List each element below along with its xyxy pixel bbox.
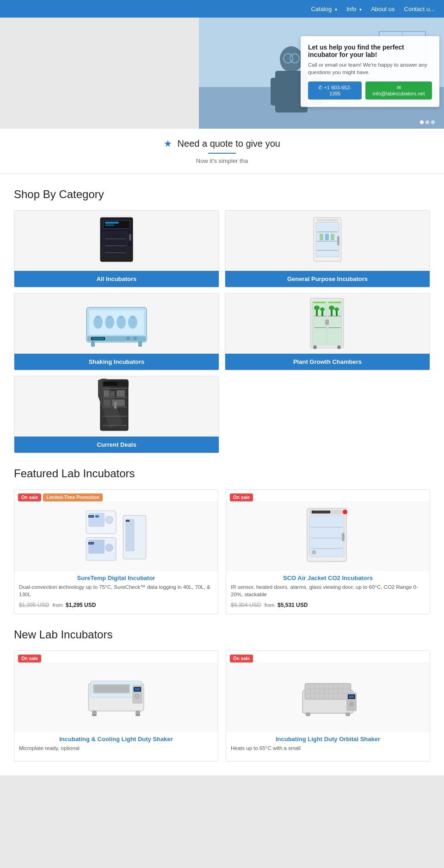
svg-rect-119: [311, 537, 343, 538]
category-card-plant-growth[interactable]: Plant Growth Chambers: [225, 293, 430, 370]
svg-point-124: [343, 510, 347, 514]
svg-rect-26: [105, 252, 126, 253]
svg-rect-111: [125, 519, 135, 551]
svg-rect-4: [271, 78, 280, 106]
new-heading: New Lab Incubators: [14, 628, 430, 641]
svg-rect-42: [96, 316, 100, 318]
quote-subtitle: Now it's simpler tha: [14, 157, 430, 164]
svg-point-76: [313, 345, 317, 349]
featured-heading: Featured Lab Incubators: [14, 467, 430, 480]
svg-rect-75: [328, 327, 341, 328]
svg-rect-87: [103, 425, 127, 426]
nav-contact[interactable]: Contact u...: [404, 6, 435, 12]
svg-rect-78: [313, 302, 326, 303]
dot-3[interactable]: [431, 120, 435, 124]
svg-rect-167: [345, 712, 350, 716]
suretemp-badges: On sale Limited-Time Promotion: [14, 490, 218, 501]
badge-on-sale-4: On sale: [230, 655, 253, 662]
product-card-suretemp[interactable]: On sale Limited-Time Promotion: [14, 489, 218, 614]
svg-point-66: [314, 306, 320, 310]
suretemp-price-from: from: [53, 602, 63, 608]
hero-description: Call or email our team! We're happy to a…: [308, 61, 432, 76]
badge-on-sale-3: On sale: [18, 655, 41, 662]
svg-point-77: [337, 345, 341, 349]
svg-rect-100: [89, 516, 93, 517]
svg-rect-69: [328, 316, 341, 317]
category-card-general[interactable]: General Purpose Incubators: [225, 210, 430, 287]
sco-price-new: $5,531 USD: [278, 602, 308, 608]
svg-rect-34: [320, 234, 323, 240]
svg-rect-21: [129, 234, 131, 241]
suretemp-price: $1,395 USD from $1,295 USD: [14, 602, 218, 608]
email-button[interactable]: ✉ info@labincubators.net: [365, 81, 432, 100]
quote-banner-title: ★ Need a quote to give you: [14, 138, 430, 149]
svg-rect-130: [94, 685, 129, 693]
quote-banner: ★ Need a quote to give you Now it's simp…: [0, 129, 444, 174]
svg-rect-145: [136, 711, 140, 714]
badge-on-sale-1: On sale: [18, 493, 41, 501]
sco-image: [226, 501, 430, 571]
svg-rect-101: [95, 515, 99, 518]
hero-section: Let us help you find the perfect incubat…: [0, 18, 444, 129]
product-card-sco[interactable]: On sale: [226, 489, 430, 614]
svg-rect-120: [311, 548, 343, 549]
product-card-cooling-shaker[interactable]: On sale: [14, 650, 218, 762]
category-card-all-incubators[interactable]: All Incubators: [14, 210, 219, 287]
nav-catalog[interactable]: Catalog ▾: [311, 6, 337, 12]
main-content: Shop By Category: [0, 174, 444, 775]
orbital-shaker-image: [226, 662, 430, 732]
svg-rect-48: [131, 316, 135, 318]
catalog-caret: ▾: [335, 7, 337, 12]
suretemp-image: [14, 501, 218, 571]
svg-rect-91: [104, 400, 111, 406]
orbital-shaker-desc: Heats up to 65°C with a small: [226, 744, 430, 756]
svg-rect-25: [105, 245, 126, 246]
svg-point-165: [349, 702, 354, 706]
carousel-dots: [420, 120, 435, 124]
new-product-grid: On sale: [14, 650, 430, 762]
navbar: Catalog ▾ Info ▾ About us Contact u...: [0, 0, 444, 18]
svg-rect-20: [105, 225, 114, 226]
svg-rect-144: [92, 711, 97, 714]
phone-button[interactable]: ✆ +1 603-652-1395: [308, 81, 362, 100]
svg-rect-89: [110, 391, 115, 397]
svg-rect-151: [306, 684, 350, 699]
featured-section: Featured Lab Incubators On sale Limited-…: [14, 467, 430, 614]
nav-about[interactable]: About us: [371, 6, 395, 12]
all-incubators-label: All Incubators: [14, 271, 219, 287]
product-card-orbital-shaker[interactable]: On sale: [226, 650, 430, 762]
hero-left-bg: [0, 18, 199, 129]
cooling-shaker-desc: Microplate ready, optional: [14, 744, 218, 756]
new-section: New Lab Incubators On sale: [14, 628, 430, 762]
sco-svg: [300, 506, 356, 566]
svg-rect-46: [119, 316, 123, 318]
svg-rect-19: [105, 222, 119, 224]
badge-limited: Limited-Time Promotion: [43, 493, 103, 501]
svg-rect-61: [327, 319, 329, 325]
svg-rect-36: [331, 234, 334, 240]
suretemp-name: SureTemp Digital Incubator: [14, 571, 218, 583]
svg-rect-88: [104, 390, 109, 397]
shaking-incubators-svg: [82, 298, 151, 349]
svg-point-108: [105, 544, 113, 551]
svg-point-102: [105, 516, 113, 524]
svg-point-68: [320, 307, 325, 311]
nav-info[interactable]: Info ▾: [346, 6, 362, 12]
svg-point-143: [135, 694, 139, 699]
dot-2[interactable]: [426, 120, 429, 124]
orbital-shaker-svg: [296, 669, 360, 725]
sco-price-old: $6,304 USD: [231, 602, 261, 608]
svg-rect-118: [311, 527, 343, 528]
suretemp-desc: Dual-convection technology up to 75°C, S…: [14, 583, 218, 602]
svg-rect-95: [104, 382, 117, 386]
svg-rect-74: [314, 327, 327, 328]
dot-1[interactable]: [420, 120, 424, 124]
svg-rect-84: [103, 397, 127, 398]
svg-rect-60: [325, 319, 327, 325]
svg-rect-54: [91, 341, 95, 347]
svg-rect-32: [317, 241, 338, 242]
category-card-deals[interactable]: Current Deals: [14, 376, 219, 453]
svg-rect-93: [114, 402, 117, 409]
category-card-shaking[interactable]: Shaking Incubators: [14, 293, 219, 370]
featured-product-grid: On sale Limited-Time Promotion: [14, 489, 430, 614]
